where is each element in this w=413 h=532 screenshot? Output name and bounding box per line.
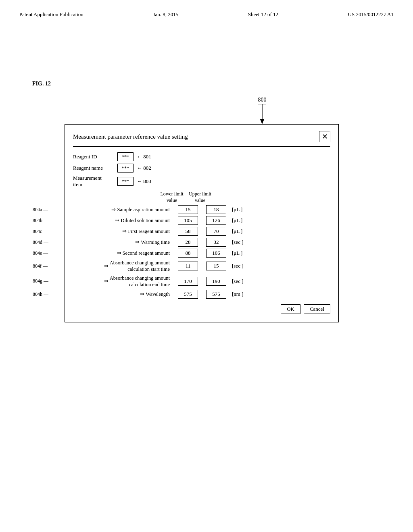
- table-row: 804h — ⇒ Wavelength 575 575 [nm ]: [73, 290, 330, 299]
- ok-button[interactable]: OK: [281, 304, 300, 314]
- lower-box-804c[interactable]: 58: [178, 227, 198, 236]
- reagent-name-row: Reagent name *** ← 802: [73, 164, 330, 172]
- upper-val-804a[interactable]: 18: [202, 205, 230, 214]
- lower-box-804a[interactable]: 15: [178, 205, 198, 214]
- lower-val-804c[interactable]: 58: [174, 227, 202, 236]
- header-patent: US 2015/0012227 A1: [348, 11, 394, 18]
- row-text-804a: Sample aspiration amount: [117, 206, 170, 213]
- upper-box-804h[interactable]: 575: [206, 290, 226, 299]
- svg-marker-1: [260, 119, 264, 124]
- upper-val-804e[interactable]: 106: [202, 249, 230, 258]
- reagent-id-arrow-text: ← 801: [137, 154, 151, 160]
- side-label-804h: 804h —: [33, 291, 48, 297]
- table-row: 804d — ⇒ Warming time 28 32 [sec ]: [73, 238, 330, 247]
- side-label-804g: 804g —: [33, 278, 48, 284]
- row-text-804d: Warming time: [141, 239, 170, 245]
- table-row: 804g — ⇒ Absorbance changing amount calc…: [73, 275, 330, 288]
- upper-val-804f[interactable]: 15: [202, 262, 230, 270]
- lower-box-804e[interactable]: 88: [178, 249, 198, 258]
- header-sheet: Sheet 12 of 12: [248, 11, 278, 18]
- side-label-804a: 804a —: [33, 207, 48, 213]
- reagent-id-arrow: ← 801: [137, 154, 151, 160]
- upper-box-804f[interactable]: 15: [206, 262, 226, 270]
- table-section: Lower limitvalue Upper limitvalue 804a —…: [73, 191, 330, 314]
- side-label-804e: 804e —: [33, 250, 48, 256]
- measurement-label: Measurement item: [73, 175, 117, 188]
- side-label-804d: 804d —: [33, 239, 48, 245]
- lower-box-804f[interactable]: 11: [178, 262, 198, 270]
- close-button[interactable]: ✕: [319, 131, 330, 142]
- upper-val-804h[interactable]: 575: [202, 290, 230, 299]
- row-label-804e: ⇒ Second reagent amount: [73, 250, 174, 257]
- table-row: 804c — ⇒ First reagent amount 58 70 [μL …: [73, 227, 330, 236]
- row-label-804a: ⇒ Sample aspiration amount: [73, 206, 174, 213]
- upper-box-804a[interactable]: 18: [206, 205, 226, 214]
- lower-val-804f[interactable]: 11: [174, 262, 202, 270]
- upper-val-804d[interactable]: 32: [202, 238, 230, 247]
- upper-box-804g[interactable]: 190: [206, 277, 226, 286]
- row-text-804g: Absorbance changing amount calculation e…: [110, 275, 170, 288]
- measurement-row: Measurement item *** ← 803: [73, 175, 330, 188]
- unit-804h: [nm ]: [232, 291, 256, 297]
- fig-label: FIG. 12: [32, 81, 51, 87]
- upper-box-804b[interactable]: 126: [206, 216, 226, 225]
- param-rows: 804a — ⇒ Sample aspiration amount 15 18 …: [73, 205, 330, 299]
- row-text-804b: Diluted solution amount: [121, 217, 170, 224]
- upper-box-804d[interactable]: 32: [206, 238, 226, 247]
- reagent-id-value[interactable]: ***: [117, 152, 133, 161]
- down-arrow-svg: [256, 104, 268, 124]
- row-label-804c: ⇒ First reagent amount: [73, 228, 174, 235]
- dialog-box: Measurement parameter reference value se…: [65, 124, 339, 322]
- row-label-804g: ⇒ Absorbance changing amount calculation…: [73, 275, 174, 288]
- side-label-804f: 804f —: [33, 263, 48, 269]
- lower-box-804b[interactable]: 105: [178, 216, 198, 225]
- measurement-arrow-text: ← 803: [137, 178, 151, 185]
- unit-804e: [μL ]: [232, 250, 256, 256]
- header-left: Patent Application Publication: [19, 11, 83, 18]
- upper-box-804c[interactable]: 70: [206, 227, 226, 236]
- dialog-title: Measurement parameter reference value se…: [73, 133, 188, 140]
- lower-box-804d[interactable]: 28: [178, 238, 198, 247]
- measurement-value[interactable]: ***: [117, 177, 133, 186]
- upper-val-804g[interactable]: 190: [202, 277, 230, 286]
- table-row: 804a — ⇒ Sample aspiration amount 15 18 …: [73, 205, 330, 214]
- unit-804b: [μL ]: [232, 217, 256, 224]
- row-text-804f: Absorbance changing amount calculation s…: [110, 260, 170, 273]
- row-label-804h: ⇒ Wavelength: [73, 291, 174, 298]
- upper-val-804c[interactable]: 70: [202, 227, 230, 236]
- lower-box-804h[interactable]: 575: [178, 290, 198, 299]
- diagram-container: 800 Measurement parameter reference valu…: [48, 97, 355, 322]
- row-text-804h: Wavelength: [146, 291, 170, 297]
- row-text-804c: First reagent amount: [128, 228, 170, 235]
- unit-804d: [sec ]: [232, 239, 256, 245]
- cancel-button[interactable]: Cancel: [304, 304, 330, 314]
- reagent-name-value[interactable]: ***: [117, 164, 133, 172]
- col-upper-header: Upper limitvalue: [186, 191, 214, 204]
- reagent-name-arrow: ← 802: [137, 165, 151, 171]
- lower-val-804h[interactable]: 575: [174, 290, 202, 299]
- row-label-804f: ⇒ Absorbance changing amount calculation…: [73, 260, 174, 273]
- reagent-id-row: Reagent ID *** ← 801: [73, 152, 330, 161]
- upper-box-804e[interactable]: 106: [206, 249, 226, 258]
- header-date: Jan. 8, 2015: [153, 11, 178, 18]
- lower-val-804e[interactable]: 88: [174, 249, 202, 258]
- table-header: Lower limitvalue Upper limitvalue: [158, 191, 330, 204]
- side-label-804b: 804b —: [33, 218, 48, 224]
- table-row: 804e — ⇒ Second reagent amount 88 106 [μ…: [73, 249, 330, 258]
- upper-val-804b[interactable]: 126: [202, 216, 230, 225]
- lower-box-804g[interactable]: 170: [178, 277, 198, 286]
- ok-cancel-row: OK Cancel: [73, 304, 330, 314]
- lower-val-804d[interactable]: 28: [174, 238, 202, 247]
- unit-804f: [sec ]: [232, 263, 256, 269]
- unit-804g: [sec ]: [232, 278, 256, 285]
- lower-val-804g[interactable]: 170: [174, 277, 202, 286]
- dialog-title-row: Measurement parameter reference value se…: [73, 131, 330, 147]
- reagent-name-label: Reagent name: [73, 165, 117, 171]
- table-row: 804f — ⇒ Absorbance changing amount calc…: [73, 260, 330, 273]
- lower-val-804b[interactable]: 105: [174, 216, 202, 225]
- lower-val-804a[interactable]: 15: [174, 205, 202, 214]
- diagram-label: 800: [258, 97, 267, 103]
- table-row: 804b — ⇒ Diluted solution amount 105 126…: [73, 216, 330, 225]
- col-lower-header: Lower limitvalue: [158, 191, 186, 204]
- row-text-804e: Second reagent amount: [123, 250, 170, 256]
